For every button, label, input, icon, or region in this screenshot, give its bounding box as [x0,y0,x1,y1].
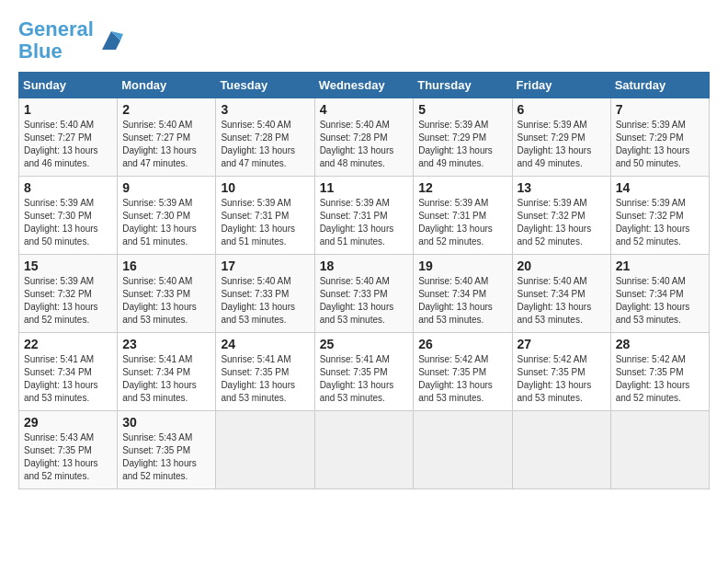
day-info: Sunrise: 5:40 AM Sunset: 7:33 PM Dayligh… [320,275,409,327]
day-info: Sunrise: 5:39 AM Sunset: 7:29 PM Dayligh… [418,119,506,170]
calendar-cell: 13Sunrise: 5:39 AM Sunset: 7:32 PM Dayli… [512,177,610,255]
day-number: 10 [221,180,309,195]
calendar-cell: 27Sunrise: 5:42 AM Sunset: 7:35 PM Dayli… [512,333,610,411]
calendar-table: SundayMondayTuesdayWednesdayThursdayFrid… [18,72,710,489]
calendar-cell [512,411,610,489]
day-info: Sunrise: 5:40 AM Sunset: 7:34 PM Dayligh… [518,275,606,327]
calendar-cell: 14Sunrise: 5:39 AM Sunset: 7:32 PM Dayli… [610,177,709,255]
day-number: 7 [616,102,704,117]
calendar-cell: 19Sunrise: 5:40 AM Sunset: 7:34 PM Dayli… [414,255,512,333]
day-number: 5 [418,102,506,117]
weekday-header: Sunday [19,73,118,98]
day-info: Sunrise: 5:42 AM Sunset: 7:35 PM Dayligh… [418,353,506,405]
day-info: Sunrise: 5:41 AM Sunset: 7:35 PM Dayligh… [320,353,409,405]
day-info: Sunrise: 5:39 AM Sunset: 7:30 PM Dayligh… [122,197,210,248]
day-info: Sunrise: 5:40 AM Sunset: 7:27 PM Dayligh… [122,119,210,170]
logo-icon [97,27,125,54]
calendar-cell: 9Sunrise: 5:39 AM Sunset: 7:30 PM Daylig… [118,177,216,255]
weekday-header: Friday [512,73,610,98]
calendar-cell: 20Sunrise: 5:40 AM Sunset: 7:34 PM Dayli… [512,255,610,333]
calendar-cell: 3Sunrise: 5:40 AM Sunset: 7:28 PM Daylig… [216,98,314,177]
day-info: Sunrise: 5:39 AM Sunset: 7:29 PM Dayligh… [518,119,606,170]
calendar-cell: 10Sunrise: 5:39 AM Sunset: 7:31 PM Dayli… [216,177,314,255]
calendar-cell: 25Sunrise: 5:41 AM Sunset: 7:35 PM Dayli… [314,333,414,411]
calendar-cell: 16Sunrise: 5:40 AM Sunset: 7:33 PM Dayli… [118,255,216,333]
day-number: 13 [518,180,606,195]
calendar-cell: 29Sunrise: 5:43 AM Sunset: 7:35 PM Dayli… [19,411,118,489]
calendar-cell [314,411,414,489]
day-info: Sunrise: 5:39 AM Sunset: 7:30 PM Dayligh… [24,197,112,248]
calendar-week-row: 22Sunrise: 5:41 AM Sunset: 7:34 PM Dayli… [19,333,710,411]
page-header: General Blue [18,18,710,63]
day-number: 28 [616,337,704,351]
calendar-week-row: 29Sunrise: 5:43 AM Sunset: 7:35 PM Dayli… [19,411,710,489]
day-info: Sunrise: 5:41 AM Sunset: 7:34 PM Dayligh… [24,353,112,405]
weekday-header: Monday [118,73,216,98]
day-number: 23 [122,337,210,351]
calendar-cell [414,411,512,489]
calendar-body: 1Sunrise: 5:40 AM Sunset: 7:27 PM Daylig… [19,98,710,489]
calendar-cell: 6Sunrise: 5:39 AM Sunset: 7:29 PM Daylig… [512,98,610,177]
calendar-cell: 7Sunrise: 5:39 AM Sunset: 7:29 PM Daylig… [610,98,709,177]
calendar-cell: 21Sunrise: 5:40 AM Sunset: 7:34 PM Dayli… [610,255,709,333]
day-number: 20 [518,259,606,273]
calendar-cell: 22Sunrise: 5:41 AM Sunset: 7:34 PM Dayli… [19,333,118,411]
day-info: Sunrise: 5:43 AM Sunset: 7:35 PM Dayligh… [24,431,112,483]
calendar-cell: 5Sunrise: 5:39 AM Sunset: 7:29 PM Daylig… [414,98,512,177]
calendar-cell: 26Sunrise: 5:42 AM Sunset: 7:35 PM Dayli… [414,333,512,411]
day-number: 2 [122,102,210,117]
day-info: Sunrise: 5:39 AM Sunset: 7:29 PM Dayligh… [616,119,704,170]
day-number: 14 [616,180,704,195]
day-info: Sunrise: 5:40 AM Sunset: 7:34 PM Dayligh… [616,275,704,327]
day-number: 17 [221,259,309,273]
day-info: Sunrise: 5:39 AM Sunset: 7:32 PM Dayligh… [616,197,704,248]
day-info: Sunrise: 5:40 AM Sunset: 7:28 PM Dayligh… [221,119,309,170]
calendar-week-row: 15Sunrise: 5:39 AM Sunset: 7:32 PM Dayli… [19,255,710,333]
weekday-header: Tuesday [216,73,314,98]
day-number: 26 [418,337,506,351]
weekday-header: Thursday [414,73,512,98]
day-info: Sunrise: 5:40 AM Sunset: 7:33 PM Dayligh… [221,275,309,327]
day-info: Sunrise: 5:40 AM Sunset: 7:33 PM Dayligh… [122,275,210,327]
calendar-cell: 4Sunrise: 5:40 AM Sunset: 7:28 PM Daylig… [314,98,414,177]
calendar-week-row: 8Sunrise: 5:39 AM Sunset: 7:30 PM Daylig… [19,177,710,255]
day-number: 22 [24,337,112,351]
calendar-cell: 28Sunrise: 5:42 AM Sunset: 7:35 PM Dayli… [610,333,709,411]
weekday-header: Saturday [610,73,709,98]
calendar-cell: 18Sunrise: 5:40 AM Sunset: 7:33 PM Dayli… [314,255,414,333]
day-number: 24 [221,337,309,351]
calendar-cell: 30Sunrise: 5:43 AM Sunset: 7:35 PM Dayli… [118,411,216,489]
day-number: 21 [616,259,704,273]
calendar-cell: 24Sunrise: 5:41 AM Sunset: 7:35 PM Dayli… [216,333,314,411]
day-number: 11 [320,180,409,195]
calendar-cell [610,411,709,489]
day-number: 1 [24,102,112,117]
day-info: Sunrise: 5:39 AM Sunset: 7:32 PM Dayligh… [518,197,606,248]
day-info: Sunrise: 5:42 AM Sunset: 7:35 PM Dayligh… [518,353,606,405]
day-number: 6 [518,102,606,117]
calendar-cell: 12Sunrise: 5:39 AM Sunset: 7:31 PM Dayli… [414,177,512,255]
day-number: 19 [418,259,506,273]
day-number: 9 [122,180,210,195]
day-info: Sunrise: 5:39 AM Sunset: 7:32 PM Dayligh… [24,275,112,327]
day-number: 15 [24,259,112,273]
calendar-week-row: 1Sunrise: 5:40 AM Sunset: 7:27 PM Daylig… [19,98,710,177]
logo-text: General Blue [18,18,94,63]
day-number: 30 [122,415,210,430]
day-number: 8 [24,180,112,195]
logo: General Blue [18,18,125,63]
weekday-header: Wednesday [314,73,414,98]
calendar-cell: 1Sunrise: 5:40 AM Sunset: 7:27 PM Daylig… [19,98,118,177]
day-number: 29 [24,415,112,430]
day-info: Sunrise: 5:41 AM Sunset: 7:34 PM Dayligh… [122,353,210,405]
day-number: 18 [320,259,409,273]
calendar-cell: 23Sunrise: 5:41 AM Sunset: 7:34 PM Dayli… [118,333,216,411]
calendar-cell: 2Sunrise: 5:40 AM Sunset: 7:27 PM Daylig… [118,98,216,177]
day-number: 12 [418,180,506,195]
day-info: Sunrise: 5:40 AM Sunset: 7:27 PM Dayligh… [24,119,112,170]
calendar-cell: 17Sunrise: 5:40 AM Sunset: 7:33 PM Dayli… [216,255,314,333]
calendar-cell: 15Sunrise: 5:39 AM Sunset: 7:32 PM Dayli… [19,255,118,333]
day-info: Sunrise: 5:39 AM Sunset: 7:31 PM Dayligh… [320,197,409,248]
calendar-cell [216,411,314,489]
calendar-header-row: SundayMondayTuesdayWednesdayThursdayFrid… [19,73,710,98]
